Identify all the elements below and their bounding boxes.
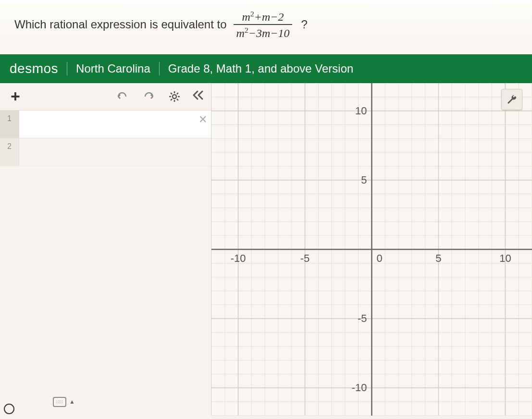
record-indicator-icon [4,404,14,414]
question-mark: ? [299,18,307,31]
redo-button[interactable] [140,88,157,105]
settings-button[interactable] [166,88,183,105]
expression-list: 1 ✕ 2 [0,111,211,416]
keyboard-toggle-button[interactable]: ∷∷ ▲ [53,397,75,407]
svg-text:10: 10 [499,252,511,264]
delete-expression-button[interactable]: ✕ [198,113,207,126]
graph-area[interactable]: -10-50510105-5-10 [211,83,532,416]
header-separator [159,62,160,75]
svg-line-7 [171,99,172,100]
header-separator [67,62,67,75]
question-text: Which rational expression is equivalent … [14,18,227,31]
expression-panel: + 1 ✕ 2 [0,83,211,416]
svg-line-8 [177,93,178,94]
add-expression-button[interactable]: + [7,88,24,105]
expression-index: 1 [0,111,19,138]
wrench-icon [506,94,518,105]
expression-toolbar: + [0,83,211,111]
expression-row[interactable]: 2 [0,138,211,166]
fraction-denominator: m2−3m−10 [234,24,293,39]
version-label: Grade 8, Math 1, and above Version [168,62,354,75]
svg-text:5: 5 [361,174,367,186]
svg-text:0: 0 [377,252,383,264]
svg-line-5 [171,93,172,94]
svg-text:-5: -5 [358,312,367,324]
svg-text:-10: -10 [231,252,246,264]
fraction-numerator: m2+m−2 [239,10,287,24]
redo-icon [142,92,155,101]
chevron-double-left-icon [192,90,204,100]
question-fraction: m2+m−2 m2−3m−10 [234,10,293,40]
region-label: North Carolina [76,62,150,75]
svg-point-0 [173,95,176,99]
desmos-header: desmos North Carolina Grade 8, Math 1, a… [0,54,532,83]
svg-line-6 [177,99,178,100]
workspace: + 1 ✕ 2 [0,83,532,416]
svg-text:-10: -10 [352,382,367,394]
coordinate-plane[interactable]: -10-50510105-5-10 [211,83,532,416]
collapse-panel-button[interactable] [192,89,204,104]
undo-button[interactable] [114,88,131,105]
question-prompt: Which rational expression is equivalent … [0,0,532,54]
graph-settings-button[interactable] [501,89,522,110]
expression-input[interactable]: ✕ [19,111,211,138]
desmos-logo: desmos [10,61,58,76]
gear-icon [169,91,180,102]
expression-index: 2 [0,138,19,166]
svg-text:5: 5 [435,252,441,264]
expression-row[interactable]: 1 ✕ [0,111,211,138]
chevron-up-icon: ▲ [69,398,75,405]
expression-input[interactable] [19,138,211,166]
svg-text:-5: -5 [300,252,310,264]
undo-icon [116,92,129,101]
svg-text:10: 10 [355,104,367,116]
keyboard-icon: ∷∷ [53,397,66,407]
